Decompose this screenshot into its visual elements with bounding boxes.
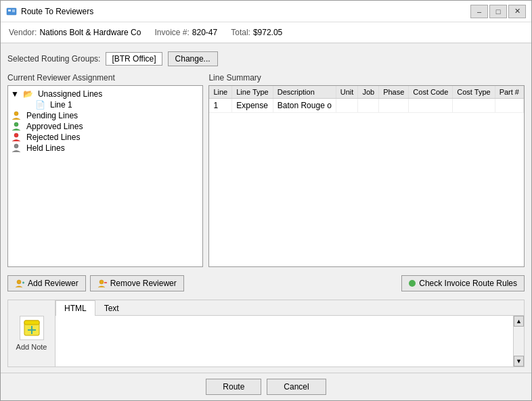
tree-item-held[interactable]: Held Lines	[11, 143, 200, 154]
main-window: Route To Reviewers – □ ✕ Vendor: Nations…	[0, 0, 532, 401]
col-header-unit: Unit	[336, 86, 358, 99]
invoice-field: Invoice #: 820-47	[154, 28, 217, 37]
check-invoice-button[interactable]: Check Invoice Route Rules	[401, 275, 525, 291]
note-tab-html[interactable]: HTML	[56, 300, 95, 316]
add-reviewer-label: Add Reviewer	[28, 279, 79, 288]
tree-item-label: Line 1	[50, 100, 72, 110]
table-cell-unit	[336, 99, 358, 113]
col-header-cost-code: Cost Code	[409, 86, 453, 99]
remove-reviewer-label: Remove Reviewer	[110, 279, 177, 288]
tree-item-line1[interactable]: 📄Line 1	[11, 99, 200, 110]
tree-item-rejected[interactable]: Rejected Lines	[11, 132, 200, 143]
scroll-down-button[interactable]: ▼	[514, 356, 524, 367]
title-bar: Route To Reviewers – □ ✕	[1, 1, 531, 22]
add-reviewer-button[interactable]: Add Reviewer	[7, 275, 86, 291]
tree-item-unassigned[interactable]: ▼📂Unassigned Lines	[11, 89, 200, 99]
person-yellow-icon	[11, 111, 22, 120]
remove-reviewer-icon	[97, 279, 107, 288]
table-cell-line-type: Expense	[232, 99, 273, 113]
svg-rect-1	[8, 9, 11, 11]
title-controls: – □ ✕	[470, 5, 526, 18]
right-panel: Line Summary LineLine TypeDescriptionUni…	[208, 73, 525, 267]
vendor-label: Vendor:	[9, 28, 37, 37]
table-cell-job	[358, 99, 379, 113]
tree-item-label: Rejected Lines	[26, 133, 80, 142]
note-content[interactable]: ▲ ▼	[56, 316, 524, 367]
svg-point-11	[99, 280, 104, 284]
note-icon	[22, 319, 41, 337]
green-dot-icon	[409, 280, 416, 287]
summary-table: LineLine TypeDescriptionUnitJobPhaseCost…	[209, 86, 524, 113]
table-cell-phase	[379, 99, 409, 113]
window-title: Route To Reviewers	[21, 7, 93, 16]
left-panel: Current Reviewer Assignment ▼📂Unassigned…	[7, 73, 203, 267]
person-red-icon	[11, 133, 22, 142]
col-header-line: Line	[209, 86, 231, 99]
left-panel-title: Current Reviewer Assignment	[7, 73, 203, 82]
invoice-value: 820-47	[192, 28, 217, 37]
note-tabs: HTMLText	[56, 300, 524, 316]
window-icon	[6, 6, 17, 17]
tree-item-label: Pending Lines	[26, 111, 78, 120]
vendor-bar: Vendor: Nations Bolt & Hardware Co Invoi…	[1, 22, 531, 43]
add-note-button[interactable]	[20, 316, 44, 340]
svg-rect-14	[24, 321, 39, 325]
col-header-cost-type: Cost Type	[453, 86, 495, 99]
total-field: Total: $972.05	[231, 28, 282, 37]
col-header-job: Job	[358, 86, 379, 99]
routing-groups-value: [BTR Office]	[106, 52, 162, 66]
svg-point-6	[14, 133, 18, 137]
note-left: Add Note	[8, 300, 56, 367]
content-area: Selected Routing Groups: [BTR Office] Ch…	[1, 43, 531, 373]
routing-groups-row: Selected Routing Groups: [BTR Office] Ch…	[7, 49, 525, 69]
action-row-left: Add Reviewer Remove Reviewer	[7, 275, 184, 291]
tree-item-label: Held Lines	[26, 143, 65, 153]
svg-point-5	[14, 122, 18, 126]
note-scrollbar: ▲ ▼	[513, 316, 524, 367]
svg-point-7	[14, 144, 18, 148]
tree-item-label: Unassigned Lines	[38, 89, 102, 99]
svg-point-8	[17, 280, 21, 284]
right-panel-title: Line Summary	[208, 73, 525, 82]
tree-item-label: Approved Lines	[26, 122, 83, 131]
check-invoice-label: Check Invoice Route Rules	[419, 279, 517, 288]
main-panels: Current Reviewer Assignment ▼📂Unassigned…	[7, 73, 525, 267]
note-tab-text[interactable]: Text	[95, 300, 128, 316]
title-bar-left: Route To Reviewers	[6, 6, 93, 17]
table-scroll-area[interactable]: LineLine TypeDescriptionUnitJobPhaseCost…	[209, 86, 524, 266]
table-cell-cost-type	[453, 99, 495, 113]
table-row[interactable]: 1ExpenseBaton Rouge o	[209, 99, 523, 113]
svg-point-4	[14, 112, 18, 116]
note-section: Add Note HTMLText ▲ ▼	[7, 300, 525, 367]
close-button[interactable]: ✕	[508, 5, 526, 18]
person-green-icon	[11, 122, 22, 131]
scroll-up-button[interactable]: ▲	[514, 316, 524, 327]
vendor-value: Nations Bolt & Hardware Co	[39, 28, 141, 37]
change-button[interactable]: Change...	[168, 51, 218, 66]
col-header-part-num: Part #	[495, 86, 523, 99]
col-header-line-type: Line Type	[232, 86, 273, 99]
tree-item-approved[interactable]: Approved Lines	[11, 121, 200, 132]
footer: Route Cancel	[1, 373, 531, 400]
line-summary-box: LineLine TypeDescriptionUnitJobPhaseCost…	[208, 85, 525, 267]
action-row: Add Reviewer Remove Reviewer Check Invoi…	[7, 271, 525, 296]
remove-reviewer-button[interactable]: Remove Reviewer	[90, 275, 184, 291]
add-reviewer-icon	[15, 279, 24, 288]
cancel-button[interactable]: Cancel	[267, 379, 326, 395]
col-header-description: Description	[273, 86, 336, 99]
minimize-button[interactable]: –	[470, 5, 488, 18]
vendor-field: Vendor: Nations Bolt & Hardware Co	[9, 28, 141, 37]
route-button[interactable]: Route	[206, 379, 261, 395]
table-cell-cost-code	[409, 99, 453, 113]
invoice-label: Invoice #:	[154, 28, 189, 37]
maximize-button[interactable]: □	[489, 5, 507, 18]
tree-item-pending[interactable]: Pending Lines	[11, 110, 200, 121]
total-value: $972.05	[253, 28, 282, 37]
table-cell-line: 1	[209, 99, 231, 113]
tree-box[interactable]: ▼📂Unassigned Lines📄Line 1 Pending Lines …	[7, 85, 203, 267]
table-cell-part-num	[495, 99, 523, 113]
person-gray-icon	[11, 143, 22, 153]
note-right: HTMLText ▲ ▼	[56, 300, 524, 367]
routing-groups-label: Selected Routing Groups:	[7, 54, 100, 64]
col-header-phase: Phase	[379, 86, 409, 99]
